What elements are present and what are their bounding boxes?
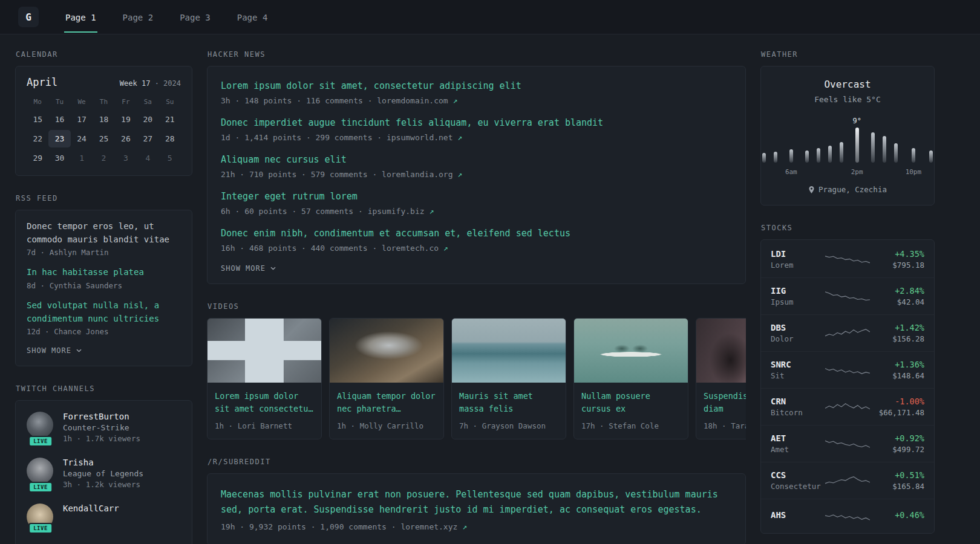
video-card[interactable]: Suspendisse potenti diam 18h · Tara Wals… [696, 318, 746, 439]
stock-price: $66,171.48 [871, 408, 924, 417]
weather-bar [840, 142, 843, 163]
page-tab[interactable]: Page 2 [109, 0, 167, 34]
rss-card: Donec tempor eros leo, ut commodo mauris… [15, 210, 192, 366]
video-title: Lorem ipsum dolor sit amet consectetu… [215, 390, 314, 415]
hackernews-item: Donec enim nibh, condimentum et accumsan… [221, 227, 732, 253]
stock-price: $165.84 [871, 482, 924, 491]
stock-values: +2.84% $42.04 [871, 286, 924, 306]
stock-change: +0.46% [871, 510, 924, 520]
stock-identity: DBS Dolor [771, 323, 824, 343]
hackernews-item: Integer eget rutrum lorem 6h · 60 points… [221, 190, 732, 216]
stock-name: Ipsum [771, 297, 824, 306]
left-column: CALENDAR April Week 17 · 2024 MoTuWeThFr… [15, 50, 192, 544]
page-tab[interactable]: Page 3 [166, 0, 224, 34]
stock-row[interactable]: IIG Ipsum +2.84% $42.04 [761, 277, 934, 314]
stock-row[interactable]: SNRC Sit +1.36% $148.64 [761, 351, 934, 388]
calendar-month: April [27, 76, 57, 88]
weather-bar [912, 148, 915, 163]
weather-location: Prague, Czechia [771, 185, 924, 194]
hackernews-item: Aliquam nec cursus elit 21h · 710 points… [221, 154, 732, 179]
weather-feels-like: Feels like 5°C [771, 95, 924, 104]
stock-identity: LDI Lorem [771, 249, 824, 270]
hackernews-item-domain-link[interactable]: ipsumify.biz [368, 207, 425, 216]
stock-row[interactable]: AHS +0.46% [761, 499, 934, 532]
page-tabs: Page 1 Page 2 Page 3 Page 4 [52, 0, 281, 34]
video-card[interactable]: Nullam posuere cursus ex 17h · Stefan Co… [573, 318, 688, 439]
weather-bar-column [871, 114, 875, 176]
hackernews-item-link[interactable]: Donec imperdiet augue tincidunt felis al… [221, 117, 732, 129]
stock-row[interactable]: CRN Bitcorn -1.00% $66,171.48 [761, 388, 934, 425]
video-card-body: Aliquam tempor dolor nec pharetra… 1h · … [330, 383, 443, 439]
calendar-week: Week 17 [120, 79, 151, 88]
hackernews-item-link[interactable]: Aliquam nec cursus elit [221, 154, 732, 166]
external-link-icon: ↗ [457, 170, 462, 179]
twitch-channel-row[interactable]: LIVE ForrestBurton Counter-Strike 1h · 1… [27, 412, 181, 443]
hackernews-item-stats: 16h · 468 points · 440 comments · [221, 244, 377, 253]
subreddit-post-meta: 19h · 9,932 points · 1,090 comments · lo… [221, 522, 732, 531]
rss-show-more-button[interactable]: SHOW MORE [27, 346, 181, 355]
weather-card: Overcast Feels like 5°C [760, 66, 935, 206]
hackernews-item-domain-link[interactable]: loremdomain.com [377, 96, 448, 105]
twitch-channel-name: Trisha [63, 458, 143, 467]
stock-row[interactable]: CCS Consectetur +0.51% $165.84 [761, 462, 934, 499]
subreddit-post-stats: 19h · 9,932 points · 1,090 comments · [221, 522, 396, 531]
right-column: WEATHER Overcast Feels like 5°C [760, 50, 935, 544]
stock-identity: AET Amet [771, 433, 824, 454]
rss-item-link[interactable]: Sed volutpat nulla nisl, a condimentum n… [27, 299, 181, 325]
twitch-avatar-wrap: LIVE [27, 504, 54, 530]
hackernews-item-stats: 6h · 60 points · 57 comments · [221, 207, 363, 216]
video-card[interactable]: Aliquam tempor dolor nec pharetra… 1h · … [329, 318, 444, 439]
calendar-day: 16 [48, 111, 70, 128]
avatar [27, 412, 53, 438]
stock-symbol: AHS [771, 510, 824, 520]
stock-row[interactable]: AET Amet +0.92% $499.72 [761, 425, 934, 462]
weather-bar-column [774, 114, 777, 176]
rss-item-link[interactable]: Donec tempor eros leo, ut commodo mauris… [27, 220, 181, 246]
hackernews-show-more-button[interactable]: SHOW MORE [221, 264, 732, 273]
video-thumbnail [207, 319, 321, 383]
videos-widget: VIDEOS Lorem ipsum dolor sit amet consec… [207, 302, 746, 439]
twitch-channel-info: ForrestBurton Counter-Strike 1h · 1.7k v… [63, 412, 140, 443]
stock-sparkline-wrap [824, 288, 871, 305]
avatar [27, 458, 53, 484]
stock-symbol: DBS [771, 323, 824, 332]
page-tab[interactable]: Page 4 [224, 0, 281, 34]
stock-change: +1.42% [871, 323, 924, 332]
calendar-day: 4 [137, 149, 158, 167]
hackernews-item-meta: 3h · 148 points · 116 comments · loremdo… [221, 96, 732, 105]
hackernews-item-domain-link[interactable]: loremlandia.org [382, 170, 452, 179]
hackernews-item-link[interactable]: Lorem ipsum dolor sit amet, consectetur … [221, 80, 732, 92]
twitch-channel-row[interactable]: LIVE KendallCarr [27, 504, 181, 530]
dashboard-content: CALENDAR April Week 17 · 2024 MoTuWeThFr… [0, 34, 980, 544]
hackernews-item-stats: 21h · 710 points · 579 comments · [221, 170, 377, 179]
stock-values: +1.36% $148.64 [871, 360, 924, 380]
calendar-dow-row: MoTuWeThFrSaSu [27, 96, 181, 111]
stock-identity: IIG Ipsum [771, 286, 824, 306]
stock-name: Consectetur [771, 482, 824, 491]
hackernews-item-domain-link[interactable]: ipsumworld.net [387, 133, 453, 142]
subreddit-post-link[interactable]: Maecenas mollis pulvinar erat non posuer… [221, 487, 732, 518]
stock-row[interactable]: LDI Lorem +4.35% $795.18 [761, 241, 934, 277]
hackernews-item: Lorem ipsum dolor sit amet, consectetur … [221, 80, 732, 105]
video-card[interactable]: Mauris sit amet massa felis 7h · Grayson… [451, 318, 566, 439]
stock-sparkline-chart [825, 361, 870, 378]
weather-bar-column [805, 114, 809, 176]
hackernews-item-link[interactable]: Integer eget rutrum lorem [221, 190, 732, 203]
calendar-day: 23 [48, 130, 70, 147]
subreddit-post-domain-link[interactable]: loremnet.xyz [400, 522, 457, 531]
rss-item: In hac habitasse platea 8d · Cynthia Sau… [27, 266, 181, 290]
weather-time-label: 6am [785, 163, 797, 176]
hackernews-item-link[interactable]: Donec enim nibh, condimentum et accumsan… [221, 227, 732, 240]
stock-values: +4.35% $795.18 [871, 249, 924, 270]
rss-item-link[interactable]: In hac habitasse platea [27, 266, 181, 279]
stock-name: Amet [771, 445, 824, 454]
calendar-day: 30 [48, 149, 70, 167]
hackernews-item-domain-link[interactable]: loremtech.co [382, 244, 439, 253]
calendar-dow: Su [159, 96, 181, 111]
stock-row[interactable]: DBS Dolor +1.42% $156.28 [761, 314, 934, 351]
twitch-channel-row[interactable]: LIVE Trisha League of Legends 3h · 1.2k … [27, 458, 181, 489]
video-card-body: Nullam posuere cursus ex 17h · Stefan Co… [574, 383, 688, 439]
video-meta: 17h · Stefan Cole [581, 415, 681, 430]
page-tab[interactable]: Page 1 [52, 0, 109, 34]
video-card[interactable]: Lorem ipsum dolor sit amet consectetu… 1… [207, 318, 322, 439]
